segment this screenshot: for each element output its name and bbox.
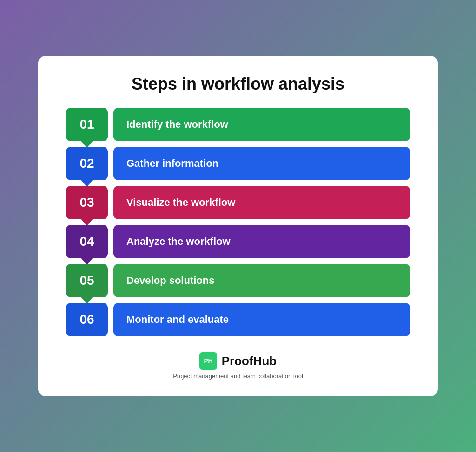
footer: PH ProofHub Project management and team … — [173, 352, 303, 380]
ph-logo: PH — [199, 352, 217, 370]
steps-container: 01 Identify the workflow 02 Gather infor… — [66, 108, 410, 342]
step-number-box-6: 06 — [66, 303, 108, 336]
step-label-box-1: Identify the workflow — [113, 108, 410, 141]
step-number-wrap-1: 01 — [66, 108, 108, 141]
step-number-wrap-6: 06 — [66, 303, 108, 336]
step-number-wrap-4: 04 — [66, 225, 108, 258]
tagline: Project management and team collaboratio… — [173, 373, 303, 380]
step-row-2: 02 Gather information — [66, 147, 410, 180]
step-number-box-2: 02 — [66, 147, 108, 180]
step-label-box-2: Gather information — [113, 147, 410, 180]
step-number-box-5: 05 — [66, 264, 108, 297]
step-label-box-6: Monitor and evaluate — [113, 303, 410, 336]
step-number-wrap-3: 03 — [66, 186, 108, 219]
brand-row: PH ProofHub — [199, 352, 277, 370]
step-number-box-4: 04 — [66, 225, 108, 258]
step-label-box-5: Develop solutions — [113, 264, 410, 297]
step-label-box-3: Visualize the workflow — [113, 186, 410, 219]
step-label-box-4: Analyze the workflow — [113, 225, 410, 258]
step-row-5: 05 Develop solutions — [66, 264, 410, 297]
step-row-1: 01 Identify the workflow — [66, 108, 410, 141]
step-number-box-1: 01 — [66, 108, 108, 141]
step-number-wrap-5: 05 — [66, 264, 108, 297]
step-number-wrap-2: 02 — [66, 147, 108, 180]
step-row-4: 04 Analyze the workflow — [66, 225, 410, 258]
page-title: Steps in workflow analysis — [132, 74, 344, 94]
main-card: Steps in workflow analysis 01 Identify t… — [38, 56, 438, 396]
brand-name: ProofHub — [222, 354, 277, 368]
step-row-3: 03 Visualize the workflow — [66, 186, 410, 219]
step-row-6: 06 Monitor and evaluate — [66, 303, 410, 336]
step-number-box-3: 03 — [66, 186, 108, 219]
